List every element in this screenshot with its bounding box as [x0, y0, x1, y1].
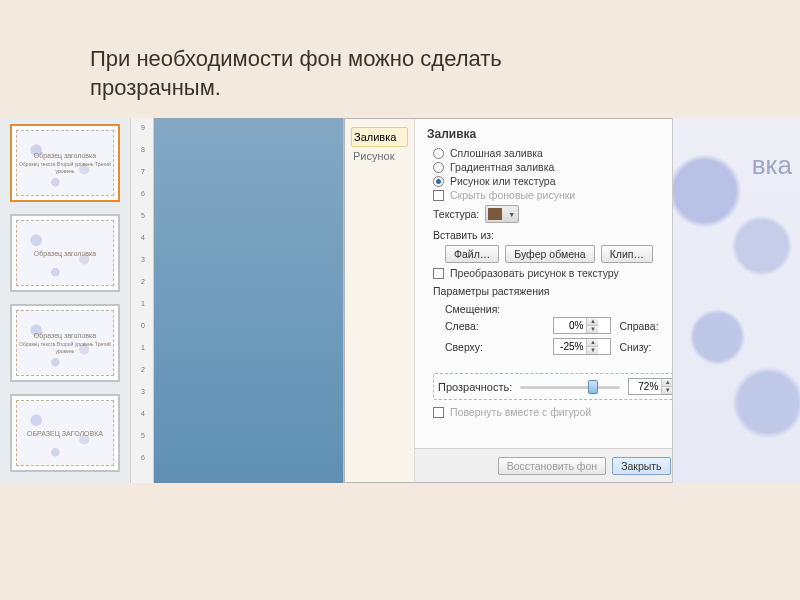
checkbox-icon [433, 268, 444, 279]
transparency-spinner[interactable]: ▲▼ [628, 378, 674, 395]
category-fill[interactable]: Заливка [351, 127, 408, 147]
radio-icon [433, 148, 444, 159]
offset-top-spinner[interactable]: ▲▼ [553, 338, 611, 355]
close-button[interactable]: Закрыть [612, 457, 670, 475]
category-picture[interactable]: Рисунок [351, 147, 408, 165]
radio-icon [433, 176, 444, 187]
slide-thumb-2[interactable]: Образец заголовка [10, 214, 120, 292]
clipboard-button[interactable]: Буфер обмена [505, 245, 594, 263]
reset-background-button[interactable]: Восстановить фон [498, 457, 606, 475]
slide-thumbnails-pane: Образец заголовка Образец текста Второй … [0, 118, 130, 483]
file-button[interactable]: Файл… [445, 245, 499, 263]
slide-preview-pane: вка [672, 118, 800, 483]
radio-icon [433, 162, 444, 173]
chevron-down-icon: ▼ [508, 211, 515, 218]
vertical-ruler: 9 8 7 6 5 4 3 2 1 0 1 2 3 4 5 6 [130, 118, 154, 483]
texture-swatch [488, 208, 502, 220]
offset-left-spinner[interactable]: ▲▼ [553, 317, 611, 334]
slide-thumb-3[interactable]: Образец заголовка Образец текста Второй … [10, 304, 120, 382]
checkbox-icon [433, 407, 444, 418]
slide-thumb-1[interactable]: Образец заголовка Образец текста Второй … [10, 124, 120, 202]
slider-thumb[interactable] [588, 380, 598, 394]
clip-button[interactable]: Клип… [601, 245, 653, 263]
slide-canvas [154, 118, 344, 483]
slide-thumb-4[interactable]: ОБРАЗЕЦ ЗАГОЛОВКА [10, 394, 120, 472]
transparency-slider[interactable] [520, 380, 620, 394]
texture-label: Текстура: [433, 208, 479, 220]
transparency-label: Прозрачность: [438, 381, 512, 393]
texture-picker[interactable]: ▼ [485, 205, 519, 223]
dialog-category-list: Заливка Рисунок [345, 119, 415, 482]
heading-line-2: прозрачным. [90, 75, 221, 100]
instruction-text: При необходимости фон можно сделать проз… [90, 45, 502, 102]
partial-title-text: вка [752, 150, 792, 181]
checkbox-icon [433, 190, 444, 201]
heading-line-1: При необходимости фон можно сделать [90, 46, 502, 71]
